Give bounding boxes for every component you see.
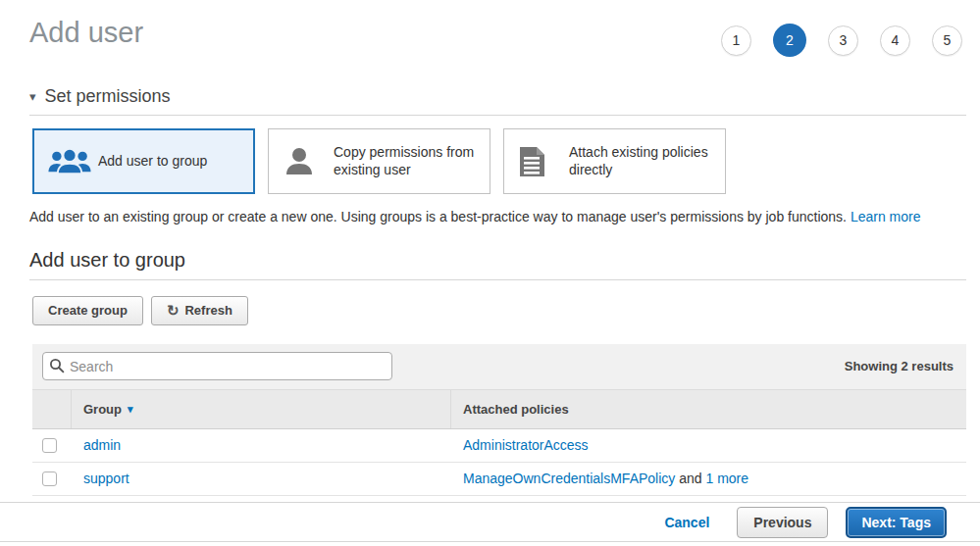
group-column-label: Group [83,402,122,417]
option-attach-policies[interactable]: Attach existing policies directly [503,128,726,194]
group-link[interactable]: admin [83,437,121,453]
option-label: Add user to group [98,153,207,171]
wizard-step-indicator: 1 2 3 4 5 [721,24,962,57]
results-count: Showing 2 results [845,359,954,373]
option-label: Copy permissions from existing user [334,144,480,178]
row-checkbox[interactable] [42,438,57,453]
refresh-button[interactable]: ↻ Refresh [151,296,248,325]
attached-policies-cell: AdministratorAccess [451,437,966,453]
set-permissions-header[interactable]: ▾ Set permissions [29,86,951,107]
table-row-support: support ManageOwnCredentialsMFAPolicy an… [32,463,966,496]
groups-table-panel: Showing 2 results Group ▾ Attached polic… [32,344,966,496]
permission-option-cards: Add user to group Copy permissions from … [32,128,966,194]
add-user-to-group-title: Add user to group [29,249,951,272]
attached-policies-cell: ManageOwnCredentialsMFAPolicy and 1 more [451,471,966,486]
step-1: 1 [721,25,751,56]
cancel-button[interactable]: Cancel [664,515,709,530]
step-2-active: 2 [773,24,806,57]
document-icon [518,146,569,177]
wizard-footer: Cancel Previous Next: Tags [0,502,980,546]
next-tags-button[interactable]: Next: Tags [846,507,947,538]
sort-descending-icon[interactable]: ▾ [128,403,133,416]
user-icon [283,146,334,177]
option-label: Attach existing policies directly [569,144,715,178]
table-search-band: Showing 2 results [32,344,966,389]
search-icon [49,358,65,377]
divider [29,115,966,116]
option-add-user-to-group[interactable]: Add user to group [32,128,255,194]
bottom-gap [0,542,980,546]
group-name-cell: support [72,471,451,486]
footer-actions: Cancel Previous Next: Tags [0,503,980,541]
divider [29,279,966,280]
group-name-cell: admin [72,437,451,453]
learn-more-link[interactable]: Learn more [851,209,921,224]
set-permissions-title: Set permissions [45,86,171,107]
description-text: Add user to an existing group or create … [29,209,847,224]
policy-link[interactable]: ManageOwnCredentialsMFAPolicy [463,471,675,486]
row-checkbox-cell [32,472,72,486]
page-header: Add user 1 2 3 4 5 [29,18,964,57]
group-toolbar: Create group ↻ Refresh [32,296,951,325]
step-4: 4 [880,25,910,56]
group-icon [47,147,98,176]
create-group-button[interactable]: Create group [32,296,143,325]
option-copy-permissions[interactable]: Copy permissions from existing user [268,128,490,194]
page-title: Add user [29,18,143,49]
refresh-icon: ↻ [167,303,180,318]
previous-button[interactable]: Previous [737,507,828,538]
more-policies-link[interactable]: 1 more [705,471,748,486]
header-checkbox-cell [32,390,72,428]
policy-extra-text: and [675,471,705,486]
step-3: 3 [828,25,858,56]
policy-link[interactable]: AdministratorAccess [463,437,589,453]
column-header-policies: Attached policies [451,390,966,428]
add-user-wizard-page: Add user 1 2 3 4 5 ▾ Set permissions [0,0,980,546]
table-header-row: Group ▾ Attached policies [32,389,966,429]
group-link[interactable]: support [83,471,129,486]
search-input[interactable] [42,352,392,380]
refresh-label: Refresh [184,303,232,319]
column-header-group[interactable]: Group ▾ [72,390,451,428]
policies-column-label: Attached policies [463,402,569,417]
row-checkbox-cell [32,438,72,453]
step-5: 5 [932,25,962,56]
create-group-label: Create group [48,303,128,319]
table-row-admin: admin AdministratorAccess [32,429,966,463]
row-checkbox[interactable] [42,472,57,486]
section-description: Add user to an existing group or create … [29,209,951,224]
collapse-caret-icon[interactable]: ▾ [29,90,36,103]
search-field-wrap [42,352,392,380]
